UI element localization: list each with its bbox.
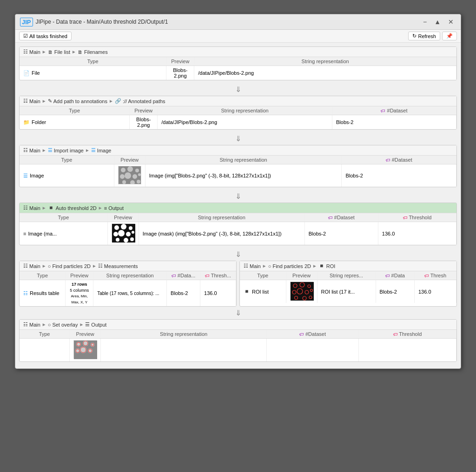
col-dataset-r: 🏷 #Data bbox=[376, 271, 414, 280]
breadcrumb-import-image: ☰ Import image bbox=[48, 147, 84, 153]
breadcrumb-main-4-label: Main bbox=[29, 205, 40, 211]
col-threshold-m: 🏷 Thresh... bbox=[200, 271, 236, 280]
svg-point-18 bbox=[132, 231, 134, 234]
breadcrumb-main-3-label: Main bbox=[29, 148, 40, 153]
breadcrumb-image-label: Image bbox=[97, 148, 112, 153]
title-bar-left: JIP JIPipe - Data trace - Main/Auto thre… bbox=[20, 18, 168, 26]
pencil-icon: ✎ bbox=[48, 98, 52, 104]
breadcrumb-annotated-paths-label: :// Annotated paths bbox=[123, 98, 165, 104]
type-cell: ☷ Results table bbox=[20, 280, 66, 307]
col-dataset-2: 🏷 #Dataset bbox=[332, 106, 456, 115]
grid-icon: ☷ bbox=[23, 49, 28, 55]
col-string-so: String representation bbox=[101, 330, 267, 339]
roi-preview bbox=[290, 282, 313, 300]
col-preview-4: Preview bbox=[107, 213, 139, 222]
file-list-table: Type Preview String representation 📄 Fil… bbox=[20, 57, 456, 80]
section-file-list-header: ☷ Main ► 🗎 File list ► 🗎 Filenames bbox=[20, 47, 456, 57]
section-annotated-paths-header: ☷ Main ► ✎ Add path to annotations ► 🔗 :… bbox=[20, 96, 456, 106]
svg-point-12 bbox=[114, 225, 119, 230]
thresh-icon-so: 🏷 bbox=[393, 332, 398, 337]
breadcrumb-main-2-label: Main bbox=[29, 98, 40, 104]
table-row bbox=[20, 339, 456, 362]
svg-point-6 bbox=[132, 174, 137, 179]
col-string-r: String repres... bbox=[317, 271, 376, 280]
tag-icon-2: 🏷 bbox=[381, 108, 385, 113]
breadcrumb-measurements-label: Measurements bbox=[104, 263, 138, 269]
col-preview-2: Preview bbox=[130, 106, 158, 115]
toolbar: ☑ All tasks finished ↻ Refresh 📌 bbox=[15, 30, 461, 43]
breadcrumb-output-2: ☰ Output bbox=[85, 321, 106, 328]
col-threshold-so: 🏷 Threshold bbox=[358, 330, 456, 339]
window-title: JIPipe - Data trace - Main/Auto threshol… bbox=[36, 19, 168, 25]
col-string-3: String representation bbox=[145, 156, 342, 164]
col-dataset-4: 🏷 #Dataset bbox=[304, 213, 378, 222]
breadcrumb-auto-threshold: ◾ Auto threshold 2D bbox=[48, 205, 97, 211]
particles-icon-2: ○ bbox=[268, 263, 271, 269]
preview-cell bbox=[286, 280, 317, 303]
tag-icon-so: 🏷 bbox=[299, 332, 304, 337]
dataset-cell: Blobs-2 bbox=[332, 115, 456, 130]
svg-point-8 bbox=[122, 180, 126, 184]
close-button[interactable]: ✕ bbox=[446, 17, 456, 26]
preview-cell bbox=[70, 339, 101, 362]
output-icon-2: ☰ bbox=[85, 321, 90, 328]
filenames-icon: 🗎 bbox=[78, 49, 83, 55]
title-bar: JIP JIPipe - Data trace - Main/Auto thre… bbox=[15, 14, 461, 30]
breadcrumb-main-5: ☷ Main bbox=[23, 263, 40, 269]
string-repr-cell: Table (17 rows, 5 columns): ... bbox=[93, 280, 167, 307]
link-icon: 🔗 bbox=[115, 98, 121, 104]
breadcrumb-image: ☰ Image bbox=[91, 147, 112, 153]
table-row: ☰ Image bbox=[20, 164, 456, 187]
particles-icon-1: ○ bbox=[48, 263, 51, 269]
svg-point-20 bbox=[124, 238, 128, 243]
final-svg bbox=[74, 341, 97, 359]
bottom-section-row: ☷ Main ► ○ Find particles 2D ► ☷ Measure… bbox=[19, 261, 457, 307]
type-label: File bbox=[32, 70, 40, 76]
breadcrumb-main-7-label: Main bbox=[29, 322, 40, 328]
pin-button[interactable]: 📌 bbox=[442, 32, 457, 40]
col-type-4: Type bbox=[20, 213, 107, 222]
overlay-icon: ○ bbox=[48, 322, 51, 328]
type-cell: ◾ ROI list bbox=[240, 280, 286, 303]
svg-point-16 bbox=[118, 230, 125, 236]
grid-icon-4: ☷ bbox=[23, 205, 28, 211]
final-preview bbox=[73, 340, 97, 359]
table-row: ≡ Image (ma... bbox=[20, 222, 456, 245]
breadcrumb-annotated-paths: 🔗 :// Annotated paths bbox=[115, 98, 165, 104]
svg-point-1 bbox=[121, 168, 126, 172]
table-row: 📁 Folder Blobs-2.png /data/JIPipe/Blobs-… bbox=[20, 115, 456, 130]
svg-point-19 bbox=[116, 238, 119, 242]
svg-point-15 bbox=[113, 232, 118, 236]
breadcrumb-file-list-label: File list bbox=[54, 49, 70, 55]
roi-svg bbox=[291, 282, 314, 301]
breadcrumb-main-3: ☷ Main bbox=[23, 147, 40, 153]
breadcrumb-set-overlay-label: Set overlay bbox=[52, 322, 78, 328]
breadcrumb-file-list: 🗎 File list bbox=[48, 49, 70, 55]
breadcrumb-output-2-label: Output bbox=[91, 322, 106, 328]
section-measurements: ☷ Main ► ○ Find particles 2D ► ☷ Measure… bbox=[19, 261, 237, 307]
minimize-button[interactable]: − bbox=[421, 17, 429, 26]
image-stack-icon: ☰ bbox=[48, 147, 53, 153]
string-repr-cell: Image (mask) (img["Blobs-2.png" (-3), 8-… bbox=[139, 222, 304, 245]
section-set-overlay-header: ☷ Main ► ○ Set overlay ► ☰ Output bbox=[20, 320, 456, 330]
string-repr-cell: /data/JIPipe/Blobs-2.png bbox=[158, 115, 332, 130]
breadcrumb-find-particles-1-label: Find particles 2D bbox=[52, 263, 91, 269]
grid-icon-3: ☷ bbox=[23, 147, 28, 153]
type-label: Image bbox=[30, 173, 44, 178]
svg-point-13 bbox=[121, 224, 126, 229]
breadcrumb-import-image-label: Import image bbox=[54, 148, 84, 153]
refresh-button[interactable]: ↻ Refresh bbox=[408, 32, 440, 40]
all-tasks-finished-button[interactable]: ☑ All tasks finished bbox=[19, 32, 72, 40]
blobs-preview bbox=[118, 166, 141, 184]
tag-icon-4: 🏷 bbox=[328, 215, 333, 220]
breadcrumb-main-2: ☷ Main bbox=[23, 98, 40, 104]
section-file-list: ☷ Main ► 🗎 File list ► 🗎 Filenames Type bbox=[19, 46, 457, 80]
col-type-so: Type bbox=[20, 330, 70, 339]
type-label: Image (ma... bbox=[28, 231, 57, 236]
check-icon: ☑ bbox=[23, 33, 28, 39]
maximize-button[interactable]: ▲ bbox=[432, 17, 443, 26]
results-icon: ☷ bbox=[23, 290, 28, 296]
string-repr-cell: Image (img["Blobs-2.png" (-3), 8-bit, 12… bbox=[145, 164, 342, 187]
string-repr-cell: ROI list (17 it... bbox=[317, 280, 376, 303]
auto-threshold-table: Type Preview String representation 🏷 #Da… bbox=[20, 213, 456, 245]
